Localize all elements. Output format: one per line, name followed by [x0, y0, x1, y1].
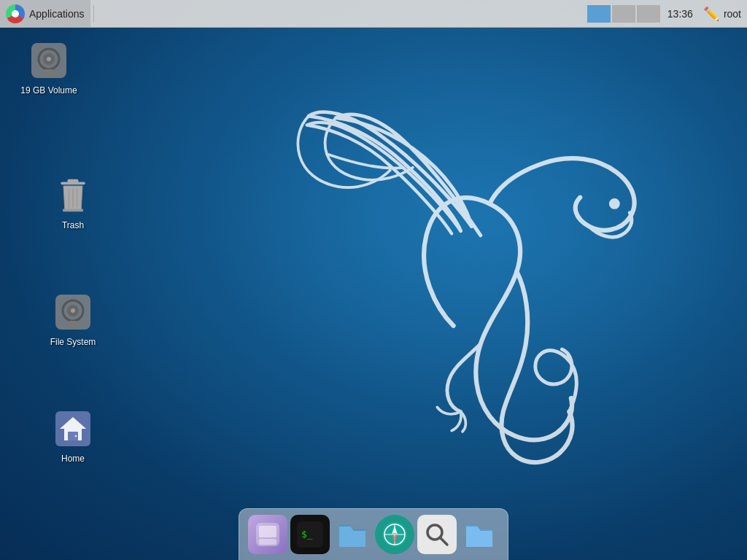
workspace-1-button[interactable] — [587, 5, 611, 23]
svg-point-4 — [47, 57, 51, 61]
dock: $_ — [239, 508, 508, 560]
home-desktop-icon[interactable]: Home — [40, 408, 106, 465]
svg-point-22 — [75, 435, 77, 438]
trash-desktop-icon[interactable]: Trash — [40, 175, 106, 232]
filesystem-icon — [53, 292, 93, 332]
trash-icon — [53, 175, 93, 216]
dock-showdesktop[interactable] — [248, 515, 287, 554]
taskbar-right: 13:36 ✏️ root — [587, 5, 747, 23]
clock: 13:36 — [667, 8, 693, 20]
desktop: Applications 13:36 ✏️ root 19 GB Volume — [0, 0, 747, 560]
kali-icon — [6, 4, 25, 23]
volume-desktop-icon[interactable]: 19 GB Volume — [16, 40, 82, 97]
svg-point-16 — [71, 308, 75, 313]
dock-browser[interactable] — [375, 515, 414, 554]
dock-terminal[interactable]: $_ — [290, 515, 330, 554]
svg-rect-25 — [259, 539, 276, 545]
svg-rect-12 — [63, 209, 83, 212]
filesystem-desktop-icon[interactable]: File System — [40, 292, 106, 349]
taskbar-top: Applications 13:36 ✏️ root — [0, 0, 747, 28]
home-icon — [53, 408, 93, 449]
pen-icon: ✏️ — [703, 6, 719, 22]
svg-point-0 — [610, 199, 619, 208]
dock-search[interactable] — [417, 515, 457, 554]
svg-line-35 — [440, 537, 447, 545]
svg-rect-8 — [68, 179, 79, 184]
svg-rect-24 — [259, 526, 276, 537]
user-label: root — [724, 8, 741, 20]
workspace-3-button[interactable] — [637, 5, 660, 23]
workspace-2-button[interactable] — [612, 5, 635, 23]
home-icon-label: Home — [58, 452, 88, 465]
dragon-logo — [236, 36, 689, 489]
dock-files[interactable] — [333, 515, 372, 554]
trash-icon-label: Trash — [59, 219, 87, 232]
svg-rect-17 — [69, 321, 77, 324]
dock-files2[interactable] — [460, 515, 499, 554]
svg-text:$_: $_ — [301, 529, 313, 540]
svg-rect-5 — [44, 69, 53, 73]
volume-icon — [28, 40, 69, 81]
filesystem-icon-label: File System — [47, 335, 99, 349]
applications-menu[interactable]: Applications — [0, 0, 90, 27]
applications-label: Applications — [29, 8, 85, 20]
volume-icon-label: 19 GB Volume — [18, 84, 80, 97]
svg-rect-6 — [42, 73, 56, 75]
taskbar-separator — [93, 5, 94, 23]
svg-rect-18 — [66, 324, 80, 327]
